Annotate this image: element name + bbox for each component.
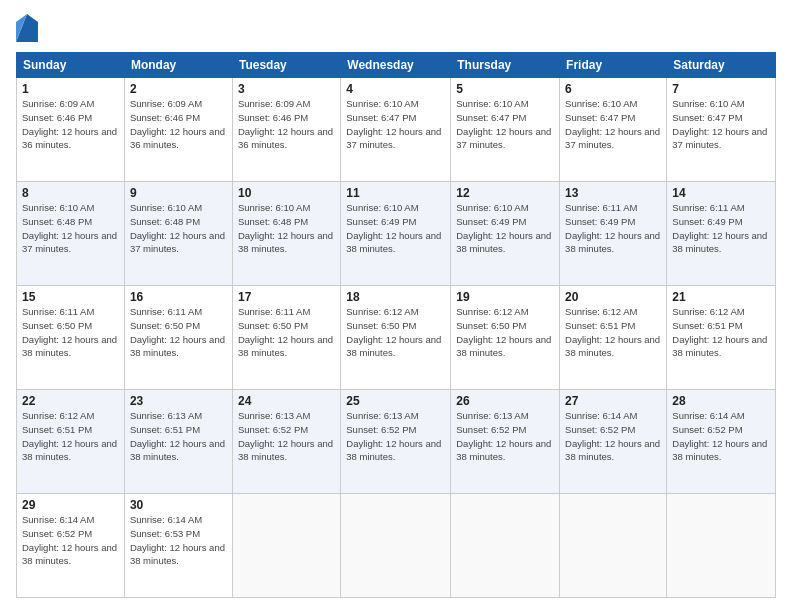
day-number: 11 xyxy=(346,186,445,200)
day-info: Sunrise: 6:11 AMSunset: 6:50 PMDaylight:… xyxy=(130,305,227,360)
day-cell: 10Sunrise: 6:10 AMSunset: 6:48 PMDayligh… xyxy=(232,182,340,286)
calendar-table: SundayMondayTuesdayWednesdayThursdayFrid… xyxy=(16,52,776,598)
day-cell: 27Sunrise: 6:14 AMSunset: 6:52 PMDayligh… xyxy=(560,390,667,494)
day-number: 29 xyxy=(22,498,119,512)
day-cell xyxy=(560,494,667,598)
day-info: Sunrise: 6:12 AMSunset: 6:51 PMDaylight:… xyxy=(565,305,661,360)
day-number: 24 xyxy=(238,394,335,408)
day-number: 19 xyxy=(456,290,554,304)
day-number: 3 xyxy=(238,82,335,96)
day-cell: 26Sunrise: 6:13 AMSunset: 6:52 PMDayligh… xyxy=(451,390,560,494)
day-cell: 2Sunrise: 6:09 AMSunset: 6:46 PMDaylight… xyxy=(124,78,232,182)
header-sunday: Sunday xyxy=(17,53,125,78)
day-cell: 3Sunrise: 6:09 AMSunset: 6:46 PMDaylight… xyxy=(232,78,340,182)
day-info: Sunrise: 6:14 AMSunset: 6:52 PMDaylight:… xyxy=(22,513,119,568)
day-info: Sunrise: 6:10 AMSunset: 6:47 PMDaylight:… xyxy=(565,97,661,152)
day-info: Sunrise: 6:14 AMSunset: 6:52 PMDaylight:… xyxy=(565,409,661,464)
day-cell: 13Sunrise: 6:11 AMSunset: 6:49 PMDayligh… xyxy=(560,182,667,286)
week-row-3: 15Sunrise: 6:11 AMSunset: 6:50 PMDayligh… xyxy=(17,286,776,390)
day-info: Sunrise: 6:13 AMSunset: 6:51 PMDaylight:… xyxy=(130,409,227,464)
day-cell: 25Sunrise: 6:13 AMSunset: 6:52 PMDayligh… xyxy=(341,390,451,494)
day-info: Sunrise: 6:12 AMSunset: 6:50 PMDaylight:… xyxy=(346,305,445,360)
day-number: 15 xyxy=(22,290,119,304)
day-cell: 12Sunrise: 6:10 AMSunset: 6:49 PMDayligh… xyxy=(451,182,560,286)
day-info: Sunrise: 6:12 AMSunset: 6:51 PMDaylight:… xyxy=(22,409,119,464)
day-cell: 20Sunrise: 6:12 AMSunset: 6:51 PMDayligh… xyxy=(560,286,667,390)
day-info: Sunrise: 6:10 AMSunset: 6:47 PMDaylight:… xyxy=(346,97,445,152)
day-info: Sunrise: 6:12 AMSunset: 6:51 PMDaylight:… xyxy=(672,305,770,360)
day-number: 27 xyxy=(565,394,661,408)
day-cell: 4Sunrise: 6:10 AMSunset: 6:47 PMDaylight… xyxy=(341,78,451,182)
day-info: Sunrise: 6:10 AMSunset: 6:48 PMDaylight:… xyxy=(22,201,119,256)
day-number: 18 xyxy=(346,290,445,304)
day-info: Sunrise: 6:10 AMSunset: 6:47 PMDaylight:… xyxy=(456,97,554,152)
header-wednesday: Wednesday xyxy=(341,53,451,78)
day-cell: 7Sunrise: 6:10 AMSunset: 6:47 PMDaylight… xyxy=(667,78,776,182)
day-number: 9 xyxy=(130,186,227,200)
week-row-4: 22Sunrise: 6:12 AMSunset: 6:51 PMDayligh… xyxy=(17,390,776,494)
day-info: Sunrise: 6:10 AMSunset: 6:47 PMDaylight:… xyxy=(672,97,770,152)
day-cell xyxy=(232,494,340,598)
day-cell: 18Sunrise: 6:12 AMSunset: 6:50 PMDayligh… xyxy=(341,286,451,390)
day-cell: 1Sunrise: 6:09 AMSunset: 6:46 PMDaylight… xyxy=(17,78,125,182)
day-info: Sunrise: 6:11 AMSunset: 6:49 PMDaylight:… xyxy=(565,201,661,256)
day-info: Sunrise: 6:12 AMSunset: 6:50 PMDaylight:… xyxy=(456,305,554,360)
day-cell: 24Sunrise: 6:13 AMSunset: 6:52 PMDayligh… xyxy=(232,390,340,494)
day-number: 8 xyxy=(22,186,119,200)
day-info: Sunrise: 6:11 AMSunset: 6:49 PMDaylight:… xyxy=(672,201,770,256)
day-info: Sunrise: 6:14 AMSunset: 6:53 PMDaylight:… xyxy=(130,513,227,568)
day-number: 4 xyxy=(346,82,445,96)
day-info: Sunrise: 6:11 AMSunset: 6:50 PMDaylight:… xyxy=(22,305,119,360)
day-number: 28 xyxy=(672,394,770,408)
day-info: Sunrise: 6:09 AMSunset: 6:46 PMDaylight:… xyxy=(130,97,227,152)
day-number: 2 xyxy=(130,82,227,96)
header-saturday: Saturday xyxy=(667,53,776,78)
day-cell: 15Sunrise: 6:11 AMSunset: 6:50 PMDayligh… xyxy=(17,286,125,390)
day-cell: 9Sunrise: 6:10 AMSunset: 6:48 PMDaylight… xyxy=(124,182,232,286)
day-cell: 16Sunrise: 6:11 AMSunset: 6:50 PMDayligh… xyxy=(124,286,232,390)
day-cell xyxy=(451,494,560,598)
day-number: 23 xyxy=(130,394,227,408)
day-number: 25 xyxy=(346,394,445,408)
day-cell: 29Sunrise: 6:14 AMSunset: 6:52 PMDayligh… xyxy=(17,494,125,598)
day-info: Sunrise: 6:09 AMSunset: 6:46 PMDaylight:… xyxy=(22,97,119,152)
day-info: Sunrise: 6:13 AMSunset: 6:52 PMDaylight:… xyxy=(456,409,554,464)
day-number: 16 xyxy=(130,290,227,304)
day-info: Sunrise: 6:10 AMSunset: 6:48 PMDaylight:… xyxy=(130,201,227,256)
day-cell: 11Sunrise: 6:10 AMSunset: 6:49 PMDayligh… xyxy=(341,182,451,286)
day-cell xyxy=(667,494,776,598)
day-number: 7 xyxy=(672,82,770,96)
day-number: 13 xyxy=(565,186,661,200)
header-thursday: Thursday xyxy=(451,53,560,78)
day-cell xyxy=(341,494,451,598)
day-cell: 23Sunrise: 6:13 AMSunset: 6:51 PMDayligh… xyxy=(124,390,232,494)
day-cell: 17Sunrise: 6:11 AMSunset: 6:50 PMDayligh… xyxy=(232,286,340,390)
day-info: Sunrise: 6:10 AMSunset: 6:49 PMDaylight:… xyxy=(456,201,554,256)
header xyxy=(16,14,776,42)
day-cell: 28Sunrise: 6:14 AMSunset: 6:52 PMDayligh… xyxy=(667,390,776,494)
day-number: 26 xyxy=(456,394,554,408)
header-friday: Friday xyxy=(560,53,667,78)
header-monday: Monday xyxy=(124,53,232,78)
day-cell: 8Sunrise: 6:10 AMSunset: 6:48 PMDaylight… xyxy=(17,182,125,286)
day-number: 17 xyxy=(238,290,335,304)
day-info: Sunrise: 6:10 AMSunset: 6:48 PMDaylight:… xyxy=(238,201,335,256)
week-row-2: 8Sunrise: 6:10 AMSunset: 6:48 PMDaylight… xyxy=(17,182,776,286)
week-row-5: 29Sunrise: 6:14 AMSunset: 6:52 PMDayligh… xyxy=(17,494,776,598)
day-info: Sunrise: 6:14 AMSunset: 6:52 PMDaylight:… xyxy=(672,409,770,464)
day-cell: 21Sunrise: 6:12 AMSunset: 6:51 PMDayligh… xyxy=(667,286,776,390)
day-cell: 6Sunrise: 6:10 AMSunset: 6:47 PMDaylight… xyxy=(560,78,667,182)
day-number: 5 xyxy=(456,82,554,96)
day-number: 10 xyxy=(238,186,335,200)
day-cell: 5Sunrise: 6:10 AMSunset: 6:47 PMDaylight… xyxy=(451,78,560,182)
header-tuesday: Tuesday xyxy=(232,53,340,78)
day-cell: 19Sunrise: 6:12 AMSunset: 6:50 PMDayligh… xyxy=(451,286,560,390)
day-info: Sunrise: 6:09 AMSunset: 6:46 PMDaylight:… xyxy=(238,97,335,152)
page: SundayMondayTuesdayWednesdayThursdayFrid… xyxy=(0,0,792,612)
day-number: 14 xyxy=(672,186,770,200)
day-cell: 22Sunrise: 6:12 AMSunset: 6:51 PMDayligh… xyxy=(17,390,125,494)
logo xyxy=(16,14,42,42)
day-number: 20 xyxy=(565,290,661,304)
header-row: SundayMondayTuesdayWednesdayThursdayFrid… xyxy=(17,53,776,78)
logo-icon xyxy=(16,14,38,42)
